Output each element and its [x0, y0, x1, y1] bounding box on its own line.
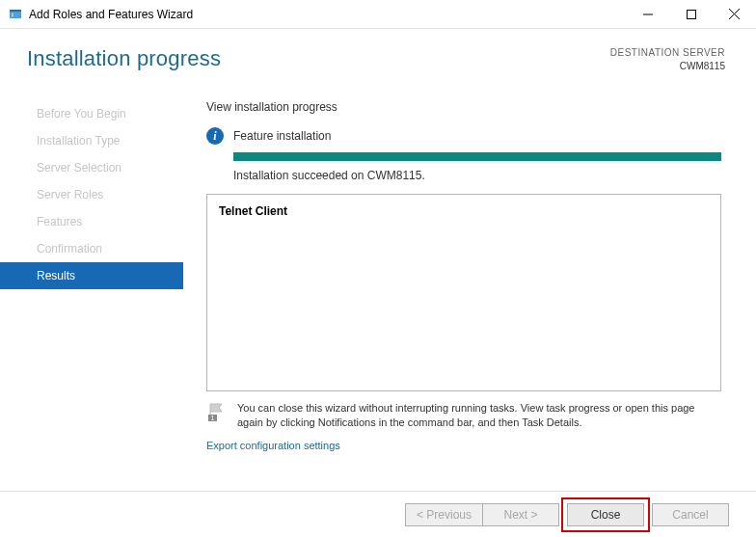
svg-rect-0	[10, 12, 21, 18]
svg-rect-3	[12, 15, 14, 16]
step-installation-type: Installation Type	[0, 127, 183, 154]
result-item: Telnet Client	[219, 204, 709, 218]
info-icon: i	[206, 127, 224, 145]
step-before-you-begin: Before You Begin	[0, 100, 183, 127]
page-title: Installation progress	[27, 46, 221, 73]
svg-text:1: 1	[211, 415, 215, 421]
destination-server-name: CWM8115	[610, 60, 725, 73]
destination-server: DESTINATION SERVER CWM8115	[610, 46, 725, 73]
flag-icon: 1	[206, 401, 228, 422]
maximize-button[interactable]	[669, 0, 713, 28]
nav-button-group: < Previous Next >	[405, 503, 559, 526]
status-text: Feature installation	[233, 129, 331, 143]
svg-rect-1	[10, 10, 21, 12]
title-bar: Add Roles and Features Wizard	[0, 0, 756, 29]
step-results: Results	[0, 262, 183, 289]
close-button[interactable]: Close	[567, 503, 644, 526]
minimize-button[interactable]	[626, 0, 669, 28]
close-window-button[interactable]	[713, 0, 756, 28]
destination-label: DESTINATION SERVER	[610, 46, 725, 60]
status-row: i Feature installation	[206, 127, 721, 145]
progress-bar	[233, 152, 721, 161]
note-text: You can close this wizard without interr…	[237, 401, 721, 430]
export-configuration-link[interactable]: Export configuration settings	[206, 440, 340, 451]
results-box: Telnet Client	[206, 194, 721, 391]
note: 1 You can close this wizard without inte…	[206, 401, 721, 430]
wizard-buttons: < Previous Next > Close Cancel	[0, 491, 756, 537]
window-controls	[626, 0, 756, 28]
step-features: Features	[0, 208, 183, 235]
cancel-button: Cancel	[652, 503, 729, 526]
svg-rect-2	[12, 13, 14, 14]
wizard-steps: Before You Begin Installation Type Serve…	[0, 100, 183, 453]
svg-rect-5	[687, 10, 695, 18]
header: Installation progress DESTINATION SERVER…	[0, 29, 756, 73]
succeed-text: Installation succeeded on CWM8115.	[233, 169, 721, 182]
step-confirmation: Confirmation	[0, 235, 183, 262]
next-button: Next >	[482, 503, 559, 526]
window-title: Add Roles and Features Wizard	[29, 8, 626, 21]
previous-button: < Previous	[405, 503, 482, 526]
step-server-selection: Server Selection	[0, 154, 183, 181]
app-icon	[8, 7, 23, 22]
step-server-roles: Server Roles	[0, 181, 183, 208]
section-heading: View installation progress	[206, 100, 721, 114]
content: View installation progress i Feature ins…	[183, 100, 756, 453]
body: Before You Begin Installation Type Serve…	[0, 73, 756, 453]
